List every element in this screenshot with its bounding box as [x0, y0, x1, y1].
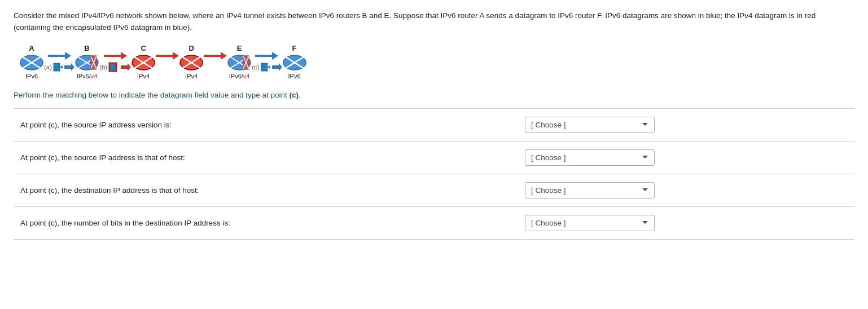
question-1-answer: [ Choose ] [518, 108, 854, 141]
node-b-label: B [84, 44, 89, 52]
questions-table: At point (c), the source IP address vers… [14, 108, 854, 240]
arrow-c-icon [272, 62, 282, 72]
question-2-text: At point (c), the source IP address is t… [14, 141, 518, 174]
question-3-answer: [ Choose ] [518, 174, 854, 206]
node-d-type: IPv4 [185, 73, 198, 80]
arrow-b-icon [121, 62, 131, 72]
question-row-1: At point (c), the source IP address vers… [14, 108, 854, 141]
svg-rect-3 [54, 63, 60, 71]
question-row-2: At point (c), the source IP address is t… [14, 141, 854, 174]
router-c-icon [131, 54, 156, 72]
node-a-label: A [29, 44, 34, 52]
point-c-label: (c) [252, 64, 259, 70]
node-b: B IPv6/v4 [74, 44, 99, 80]
question-2-dropdown[interactable]: [ Choose ] [525, 149, 655, 166]
question-4-answer: [ Choose ] [518, 206, 854, 239]
question-3-dropdown[interactable]: [ Choose ] [525, 182, 655, 198]
question-2-answer: [ Choose ] [518, 141, 854, 174]
svg-marker-14 [121, 63, 131, 71]
router-e-icon [227, 54, 252, 72]
router-b-icon [74, 54, 99, 72]
datagram-b-icon [108, 62, 120, 72]
svg-marker-29 [272, 63, 282, 71]
svg-rect-27 [261, 63, 268, 71]
router-f-icon [282, 54, 307, 72]
question-1-dropdown[interactable]: [ Choose ] [525, 117, 655, 133]
question-1-text: At point (c), the source IP address vers… [14, 108, 518, 141]
connector-cd [156, 52, 179, 72]
node-f-type: IPv6 [288, 73, 301, 80]
node-c-type: IPv4 [137, 73, 150, 80]
question-4-dropdown[interactable]: [ Choose ] [525, 215, 655, 231]
svg-rect-13 [110, 64, 115, 70]
node-f-label: F [292, 44, 297, 52]
node-a-type: IPv6 [25, 73, 38, 80]
question-row-4: At point (c), the number of bits in the … [14, 206, 854, 239]
node-e: E IPv6/v4 [227, 44, 252, 80]
router-d-icon [179, 54, 204, 72]
matching-prompt: Perform the matching below to indicate t… [14, 91, 854, 99]
question-3-text: At point (c), the destination IP address… [14, 174, 518, 206]
point-b-label: (b) [99, 64, 107, 70]
node-e-type: IPv6/v4 [229, 73, 250, 80]
svg-marker-28 [268, 65, 270, 69]
question-row-3: At point (c), the destination IP address… [14, 174, 854, 206]
svg-marker-4 [60, 65, 63, 69]
node-d-label: D [188, 44, 194, 52]
connector-ef: (c) [252, 52, 282, 72]
node-e-label: E [237, 44, 242, 52]
svg-marker-5 [64, 63, 74, 71]
network-diagram: A IPv6 (a) [14, 44, 854, 80]
node-d: D IPv4 [179, 44, 204, 80]
connector-a: (a) [44, 52, 74, 72]
question-4-text: At point (c), the number of bits in the … [14, 206, 518, 239]
node-b-type: IPv6/v4 [77, 73, 98, 80]
node-c-label: C [141, 44, 146, 52]
node-a: A IPv6 [19, 44, 44, 80]
datagram-a-icon [53, 62, 63, 72]
node-f: F IPv6 [282, 44, 307, 80]
router-a-icon [19, 54, 44, 72]
point-a-label: (a) [44, 64, 52, 70]
node-c: C IPv4 [131, 44, 156, 80]
arrow-a-icon [64, 62, 74, 72]
connector-de [204, 52, 227, 72]
intro-text: Consider the mixed IPv4/IPv6 network sho… [14, 10, 849, 34]
connector-b: (b) [99, 52, 131, 72]
datagram-c-icon [261, 62, 271, 72]
